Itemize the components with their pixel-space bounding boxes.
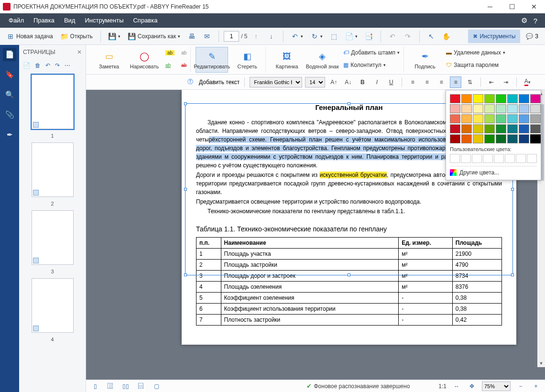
close-button[interactable]: ✕	[523, 0, 545, 13]
color-swatch[interactable]	[473, 104, 483, 113]
fit-page-button[interactable]: ✥	[467, 381, 477, 392]
redo-button[interactable]: ↷	[401, 30, 414, 43]
thumbnail-page[interactable]	[32, 75, 74, 129]
color-swatch[interactable]	[450, 134, 460, 143]
color-swatch[interactable]	[450, 104, 460, 113]
outdent-button[interactable]: ⇤	[486, 76, 497, 88]
color-swatch[interactable]	[496, 124, 506, 133]
attachments-tab[interactable]: 📎	[3, 108, 16, 121]
rotate-right-button[interactable]: ↻▾	[308, 30, 326, 43]
font-color-button[interactable]: A ▾	[522, 76, 533, 88]
user-color-slot[interactable]	[494, 154, 504, 163]
user-color-slot[interactable]	[450, 154, 460, 163]
save-button[interactable]: 💾▾	[106, 30, 123, 43]
zoom-out-button[interactable]: −	[515, 381, 526, 392]
thumbnail-page[interactable]	[32, 142, 74, 197]
header-footer-button[interactable]: ▦Колонтитул ▾	[341, 59, 402, 71]
strikethrough-button[interactable]: ab	[179, 59, 188, 71]
zoom-select[interactable]: 75%	[482, 381, 511, 391]
color-swatch[interactable]	[507, 124, 518, 133]
erase-tool[interactable]: ◧Стереть	[231, 47, 263, 73]
scale-1-1[interactable]: 1:1	[438, 383, 447, 390]
save-as-button[interactable]: 💾Сохранить как▾	[125, 30, 183, 43]
doc-paragraph[interactable]: Предусматривается освещение территории и…	[196, 197, 502, 206]
user-color-slot[interactable]	[461, 154, 471, 163]
thumb-more-icon[interactable]: ⋯	[65, 62, 70, 69]
document-canvas[interactable]: Генеральный план Здание конно - спортивн…	[86, 90, 545, 380]
italic-button[interactable]: I	[371, 76, 382, 88]
color-swatch[interactable]	[473, 114, 483, 123]
fit-width-button[interactable]: ↔	[451, 381, 462, 392]
doc-paragraph[interactable]: Технико-экономические показатели по генп…	[196, 207, 502, 216]
thumbnails-close-button[interactable]: ✕	[77, 49, 82, 55]
add-stamp-button[interactable]: 🏷Добавить штамп ▾	[341, 47, 402, 58]
rotate-left-button[interactable]: ↶▾	[288, 30, 306, 43]
grow-font-button[interactable]: A↑	[328, 76, 339, 88]
color-swatch[interactable]	[461, 114, 472, 123]
align-justify-button[interactable]: ≡	[450, 76, 461, 88]
color-swatch[interactable]	[461, 94, 472, 103]
align-center-button[interactable]: ≡	[421, 76, 433, 88]
menu-edit[interactable]: Правка	[29, 13, 59, 28]
view-continuous-button[interactable]: ▯▯	[120, 381, 131, 392]
thumbnail-page[interactable]	[32, 210, 74, 265]
color-swatch[interactable]	[507, 114, 518, 123]
color-swatch[interactable]	[496, 94, 506, 103]
color-swatch[interactable]	[473, 134, 483, 143]
color-swatch[interactable]	[461, 134, 472, 143]
color-swatch[interactable]	[530, 114, 541, 123]
font-family-select[interactable]: Franklin Gothic Bo	[250, 77, 302, 87]
align-left-button[interactable]: ≡	[407, 76, 418, 88]
thumbnail-page[interactable]	[32, 278, 74, 333]
undo-button[interactable]: ↶	[386, 30, 399, 43]
view-book-button[interactable]: ⿳	[136, 381, 146, 392]
hand-button[interactable]: ✋	[440, 30, 453, 43]
user-color-slot[interactable]	[527, 154, 537, 163]
page-down-button[interactable]: ↓	[265, 30, 278, 43]
comments-button[interactable]: 💬3	[523, 33, 541, 40]
color-swatch[interactable]	[484, 134, 495, 143]
highlight-yellow-button[interactable]: ab	[164, 47, 176, 58]
color-swatch[interactable]	[519, 124, 529, 133]
menu-help[interactable]: Справка	[128, 13, 162, 28]
color-swatch[interactable]	[519, 104, 529, 113]
align-right-button[interactable]: ≡	[436, 76, 447, 88]
pointer-button[interactable]: ↖	[425, 30, 438, 43]
color-swatch[interactable]	[450, 114, 460, 123]
thumb-add-icon[interactable]: 📄	[23, 62, 30, 69]
color-swatch[interactable]	[507, 104, 518, 113]
email-button[interactable]: ✉	[200, 30, 214, 43]
user-color-slot[interactable]	[516, 154, 526, 163]
color-swatch[interactable]	[450, 124, 460, 133]
highlight-none-button[interactable]: ab	[179, 47, 188, 58]
color-swatch[interactable]	[473, 124, 483, 133]
note-tool[interactable]: ▭Заметка	[93, 47, 125, 73]
color-swatch[interactable]	[519, 114, 529, 123]
tools-panel-button[interactable]: ✖Инструменты	[468, 30, 520, 43]
menu-view[interactable]: Вид	[59, 13, 80, 28]
underline-button[interactable]: U	[385, 76, 397, 88]
color-swatch[interactable]	[530, 124, 541, 133]
color-swatch[interactable]	[484, 104, 495, 113]
color-swatch[interactable]	[530, 94, 541, 103]
color-swatch[interactable]	[507, 134, 518, 143]
other-colors-button[interactable]: Другие цвета...	[450, 166, 537, 176]
thumb-delete-icon[interactable]: 🗑	[35, 62, 41, 69]
open-button[interactable]: 📁Открыть	[58, 30, 96, 43]
shrink-font-button[interactable]: A↓	[342, 76, 354, 88]
add-page-button[interactable]: 📄▾	[343, 30, 360, 43]
user-color-slot[interactable]	[483, 154, 493, 163]
zoom-in-button[interactable]: +	[531, 381, 541, 392]
color-swatch[interactable]	[530, 134, 541, 143]
color-swatch[interactable]	[461, 124, 472, 133]
color-swatch[interactable]	[507, 94, 518, 103]
sign-tool[interactable]: ✒Подпись	[409, 47, 441, 73]
thumb-undo-icon[interactable]: ↶	[45, 62, 50, 69]
font-size-select[interactable]: 14	[305, 77, 325, 87]
add-text-button[interactable]: Ⓣ	[185, 76, 196, 88]
delete-page-button[interactable]: 📑	[362, 30, 376, 43]
delete-data-button[interactable]: ▬Удаление данных ▾	[444, 47, 507, 58]
view-facing-button[interactable]: ⿲	[105, 381, 116, 392]
new-task-button[interactable]: ⊞Новая задача	[4, 30, 56, 43]
color-swatch[interactable]	[461, 104, 472, 113]
